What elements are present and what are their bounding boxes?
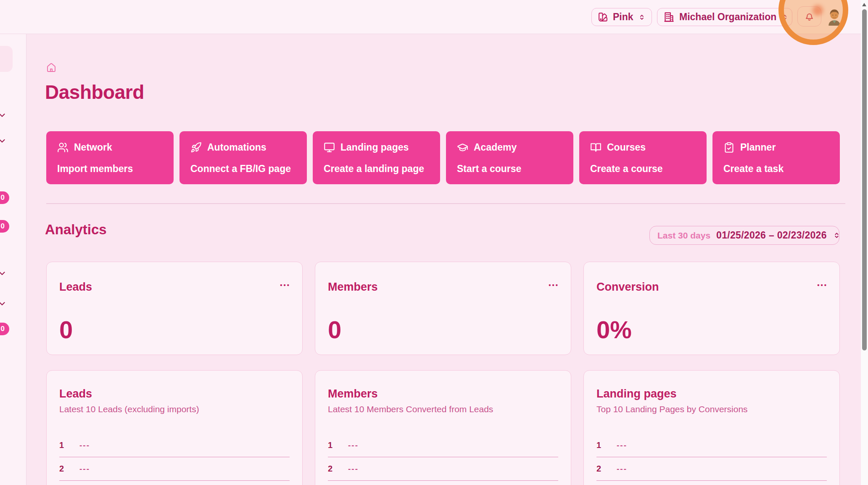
analytics-heading: Analytics (45, 222, 107, 238)
users-icon (57, 142, 69, 153)
date-range-selector[interactable]: Last 30 days 01/25/2026 – 02/23/2026 (649, 226, 839, 245)
ellipsis-menu-icon[interactable]: ••• (549, 281, 559, 289)
quick-action-planner[interactable]: Planner Create a task (712, 131, 840, 184)
row-rank: 2 (59, 464, 69, 474)
stat-card-value: 0% (596, 315, 632, 344)
quick-action-network[interactable]: Network Import members (46, 131, 174, 184)
list-item: 2 --- (596, 457, 827, 481)
row-value: --- (617, 464, 627, 474)
quick-actions-row: Network Import members Automations Conne… (46, 131, 840, 184)
chevron-updown-icon (638, 13, 646, 21)
stat-card-members: Members ••• 0 (315, 262, 571, 355)
stat-cards-row: Leads ••• 0 Members ••• 0 Conversion •••… (46, 262, 840, 355)
list-item: 1 --- (59, 434, 290, 457)
user-avatar[interactable] (825, 8, 844, 26)
list-card-subtitle: Latest 10 Members Converted from Leads (328, 404, 558, 414)
organization-selector-button[interactable]: Michael Organization (657, 8, 792, 26)
list-card-leads: Leads Latest 10 Leads (excluding imports… (46, 370, 303, 485)
list-card-members: Members Latest 10 Members Converted from… (315, 370, 571, 485)
row-value: --- (79, 441, 90, 450)
quick-action-subtitle: Connect a FB/IG page (190, 163, 296, 175)
list-item: 3 --- (596, 481, 827, 485)
stat-card-leads: Leads ••• 0 (46, 262, 303, 355)
sidebar-count-badge: 0 (0, 191, 9, 204)
theme-label: Pink (613, 11, 633, 23)
notification-dot (813, 5, 823, 16)
organization-label: Michael Organization (679, 11, 776, 23)
list-rows: 1 --- 2 --- 3 --- (328, 434, 558, 485)
graduation-cap-icon (457, 142, 468, 153)
quick-action-title: Courses (607, 142, 646, 153)
quick-action-courses[interactable]: Courses Create a course (579, 131, 707, 184)
list-item: 1 --- (596, 434, 827, 457)
chevron-down-icon[interactable] (0, 299, 7, 308)
quick-action-title: Planner (740, 142, 776, 153)
quick-action-title: Automations (207, 142, 266, 153)
list-card-title: Members (328, 387, 558, 400)
row-value: --- (79, 464, 90, 474)
quick-action-title: Academy (474, 142, 517, 153)
list-card-title: Landing pages (596, 387, 827, 400)
page-title: Dashboard (45, 81, 144, 103)
sidebar: 0 0 0 (0, 34, 26, 485)
vertical-scrollbar[interactable] (861, 0, 868, 485)
chevron-updown-icon (833, 231, 841, 239)
monitor-icon (324, 142, 335, 153)
date-preset-label: Last 30 days (657, 231, 710, 241)
quick-action-title: Landing pages (340, 142, 409, 153)
row-value: --- (348, 441, 359, 450)
stat-card-title: Conversion (596, 281, 827, 294)
chevron-down-icon[interactable] (0, 136, 7, 146)
list-card-subtitle: Top 10 Landing Pages by Conversions (596, 404, 827, 414)
list-item: 3 --- (59, 481, 290, 485)
stat-card-value: 0 (59, 315, 73, 344)
scrollbar-up-arrow-icon[interactable] (862, 3, 866, 6)
book-open-icon (590, 142, 602, 153)
row-value: --- (617, 441, 627, 450)
list-rows: 1 --- 2 --- 3 --- (59, 434, 290, 485)
sidebar-count-badge: 0 (0, 323, 9, 335)
theme-selector-button[interactable]: Pink (591, 8, 652, 26)
sidebar-count-badge: 0 (0, 220, 9, 233)
quick-action-automations[interactable]: Automations Connect a FB/IG page (179, 131, 307, 184)
list-card-landing-pages: Landing pages Top 10 Landing Pages by Co… (583, 370, 840, 485)
list-cards-row: Leads Latest 10 Leads (excluding imports… (46, 370, 840, 485)
row-rank: 1 (596, 440, 606, 450)
stat-card-value: 0 (328, 315, 341, 344)
quick-action-academy[interactable]: Academy Start a course (446, 131, 573, 184)
chevron-updown-icon (781, 13, 789, 21)
top-bar: Pink Michael Organization (0, 0, 861, 34)
row-rank: 1 (59, 440, 69, 450)
row-rank: 1 (328, 440, 337, 450)
list-card-subtitle: Latest 10 Leads (excluding imports) (59, 404, 290, 414)
quick-action-subtitle: Create a course (590, 163, 696, 175)
quick-action-landing-pages[interactable]: Landing pages Create a landing page (313, 131, 440, 184)
building-icon (663, 11, 675, 23)
section-divider (46, 203, 845, 204)
quick-action-title: Network (74, 142, 112, 153)
rocket-icon (190, 142, 202, 153)
ellipsis-menu-icon[interactable]: ••• (280, 281, 290, 289)
date-range-value: 01/25/2026 – 02/23/2026 (716, 230, 827, 241)
row-rank: 2 (328, 464, 337, 474)
list-item: 3 --- (328, 481, 558, 485)
list-item: 2 --- (59, 457, 290, 481)
stat-card-conversion: Conversion ••• 0% (583, 262, 840, 355)
quick-action-subtitle: Import members (57, 163, 163, 175)
quick-action-subtitle: Create a landing page (324, 163, 429, 175)
row-value: --- (348, 464, 359, 474)
swatch-book-icon (598, 12, 608, 22)
quick-action-subtitle: Start a course (457, 163, 562, 175)
list-item: 1 --- (328, 434, 558, 457)
chevron-down-icon[interactable] (0, 111, 7, 120)
ellipsis-menu-icon[interactable]: ••• (817, 281, 828, 289)
scrollbar-thumb[interactable] (862, 9, 867, 350)
list-card-title: Leads (59, 387, 290, 400)
chevron-down-icon[interactable] (0, 269, 7, 278)
sidebar-selected-item[interactable] (0, 46, 13, 72)
list-rows: 1 --- 2 --- 3 --- (596, 434, 827, 485)
quick-action-subtitle: Create a task (723, 163, 829, 175)
stat-card-title: Members (328, 281, 558, 294)
home-icon[interactable] (46, 63, 56, 73)
stat-card-title: Leads (59, 281, 290, 294)
